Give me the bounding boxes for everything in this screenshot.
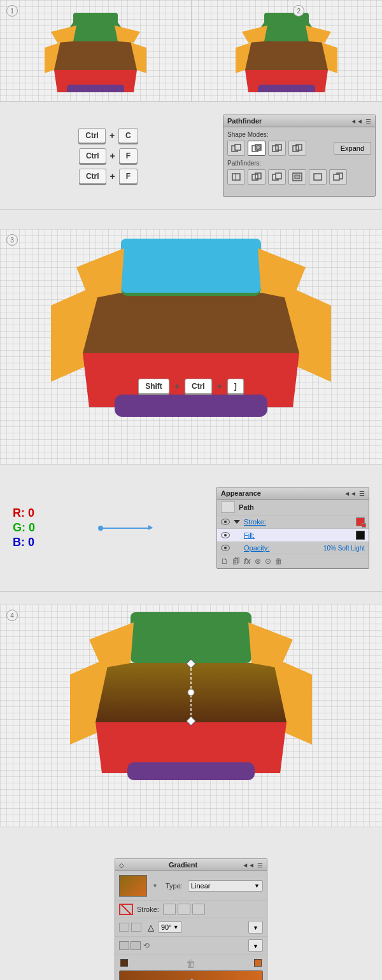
fx-bar: 🗋 🗐 fx ⊗ ⊙ 🗑 bbox=[217, 554, 369, 568]
key-bracket[interactable]: ] bbox=[227, 379, 244, 394]
page2-icon[interactable]: 🗐 bbox=[232, 557, 240, 566]
shape-modes-label: Shape Modes: bbox=[227, 131, 371, 138]
key-ctrl-1[interactable]: Ctrl bbox=[78, 128, 106, 143]
outline-btn[interactable] bbox=[309, 169, 327, 185]
svg-marker-8 bbox=[115, 25, 140, 43]
key-ctrl-3[interactable]: Ctrl bbox=[79, 169, 106, 184]
section-gradient: ◇ Gradient ◄◄ ☰ ▼ Type: Linear ▼ Stroke: bbox=[0, 827, 382, 980]
stroke-type-btns bbox=[163, 904, 205, 915]
type-dropdown[interactable]: Linear ▼ bbox=[188, 880, 263, 892]
gradient-preview-swatch[interactable] bbox=[119, 875, 147, 897]
gradient-collapse[interactable]: ◄◄ bbox=[242, 862, 255, 869]
delete-stop-icon[interactable]: 🗑 bbox=[186, 959, 196, 969]
fill-row: Fill: bbox=[217, 529, 369, 542]
section-appearance: R: 0 G: 0 B: 0 Appearance ◄◄ ☰ Path Stro… bbox=[0, 465, 382, 592]
subscript-icon[interactable]: ⊗ bbox=[255, 557, 261, 566]
gradient-bar-area: 🗑 139 94 60 bbox=[115, 955, 267, 980]
angle-dropdown[interactable]: 90° ▼ bbox=[158, 921, 182, 933]
svg-rect-3 bbox=[67, 85, 124, 92]
stroke-type-3[interactable] bbox=[192, 904, 205, 915]
stroke-type-1[interactable] bbox=[163, 904, 176, 915]
minus-front-btn[interactable] bbox=[248, 141, 265, 156]
stroke-type-2[interactable] bbox=[178, 904, 190, 915]
stroke-label[interactable]: Stroke: bbox=[244, 518, 352, 526]
pathfinders-row bbox=[227, 169, 371, 185]
pathfinder-panel: Pathfinder ◄◄ ☰ Shape Modes: bbox=[223, 115, 376, 197]
key-ctrl-s3[interactable]: Ctrl bbox=[185, 379, 212, 394]
exclude-btn[interactable] bbox=[288, 141, 306, 156]
gradient-menu[interactable]: ☰ bbox=[257, 862, 263, 869]
trash-icon[interactable]: 🗑 bbox=[275, 557, 283, 566]
stroke-triangle[interactable] bbox=[234, 520, 240, 524]
gradient-swatch-arrow[interactable]: ▼ bbox=[152, 883, 158, 889]
angle-dropdown-arrow: ▼ bbox=[173, 924, 179, 930]
gradient-titlebar: ◇ Gradient ◄◄ ☰ bbox=[115, 859, 267, 871]
reverse-icons bbox=[119, 941, 141, 950]
svg-rect-44 bbox=[121, 239, 261, 293]
merge-btn[interactable] bbox=[268, 169, 286, 185]
appearance-menu[interactable]: ☰ bbox=[359, 490, 365, 497]
opacity-eye[interactable] bbox=[221, 545, 230, 551]
fill-color-swatch[interactable] bbox=[356, 531, 365, 540]
svg-marker-4 bbox=[54, 41, 137, 70]
appearance-collapse[interactable]: ◄◄ bbox=[344, 490, 357, 497]
crop-btn[interactable] bbox=[288, 169, 306, 185]
svg-marker-17 bbox=[306, 25, 331, 43]
opacity-row: Opacity: 10% Soft Light bbox=[217, 542, 369, 554]
key-f-2[interactable]: F bbox=[119, 169, 138, 184]
stroke-color-swatch[interactable] bbox=[356, 517, 365, 526]
expand-button[interactable]: Expand bbox=[334, 142, 371, 155]
gradient-type-row: ▼ Type: Linear ▼ bbox=[115, 871, 267, 901]
rev-symbol[interactable]: ⟲ bbox=[143, 941, 150, 950]
gradient-panel: ◇ Gradient ◄◄ ☰ ▼ Type: Linear ▼ Stroke: bbox=[115, 858, 267, 980]
reverse-dropdown[interactable]: ▼ bbox=[248, 921, 263, 934]
key-ctrl-2[interactable]: Ctrl bbox=[79, 148, 106, 164]
opacity-label[interactable]: Opacity: bbox=[244, 544, 320, 552]
page-icon[interactable]: 🗋 bbox=[221, 557, 229, 566]
key-c[interactable]: C bbox=[118, 128, 138, 143]
minus-back-btn[interactable] bbox=[329, 169, 347, 185]
rgb-b-value: B: 0 bbox=[13, 536, 35, 549]
shortcuts-list: Ctrl + C Ctrl + F Ctrl + F bbox=[0, 102, 216, 209]
gradient-arrow: ◇ bbox=[119, 862, 124, 869]
stop-left-icon[interactable] bbox=[120, 959, 128, 967]
unite-btn[interactable] bbox=[227, 141, 245, 156]
svg-marker-13 bbox=[245, 41, 328, 70]
divide-btn[interactable] bbox=[227, 169, 245, 185]
gradient-stroke-row: Stroke: bbox=[115, 901, 267, 918]
step-3-number: 3 bbox=[6, 234, 18, 246]
aspect-2[interactable] bbox=[131, 923, 141, 932]
pathfinder-title: Pathfinder bbox=[227, 117, 262, 125]
path-row: Path bbox=[217, 500, 369, 515]
rev-icon-1[interactable] bbox=[119, 941, 129, 950]
arrow-indicator bbox=[101, 528, 152, 529]
appearance-title: Appearance bbox=[221, 489, 261, 497]
intersect-btn[interactable] bbox=[268, 141, 286, 156]
copy2-icon[interactable]: ⊙ bbox=[265, 557, 271, 566]
section-4: 4 bbox=[0, 605, 382, 827]
key-f-1[interactable]: F bbox=[119, 148, 138, 164]
gradient-slider-bar[interactable] bbox=[119, 970, 263, 980]
aspect-1[interactable] bbox=[119, 923, 129, 932]
panel-collapse[interactable]: ◄◄ bbox=[350, 118, 363, 125]
rev-dropdown-2[interactable]: ▼ bbox=[248, 939, 263, 952]
stop-right-icon[interactable] bbox=[254, 959, 262, 967]
fill-eye[interactable] bbox=[221, 532, 230, 538]
svg-marker-7 bbox=[51, 25, 76, 43]
svg-rect-27 bbox=[232, 174, 240, 180]
plus-s3-2: + bbox=[217, 381, 222, 391]
plus-1: + bbox=[110, 130, 115, 141]
panel-menu[interactable]: ☰ bbox=[365, 118, 371, 125]
fx-icon[interactable]: fx bbox=[244, 557, 251, 566]
fill-label[interactable]: Fill: bbox=[244, 531, 352, 539]
stroke-eye[interactable] bbox=[221, 519, 230, 525]
key-shift[interactable]: Shift bbox=[138, 379, 169, 394]
reverse-row: ⟲ ▼ bbox=[115, 937, 267, 955]
svg-rect-37 bbox=[334, 174, 339, 180]
rgb-r-value: R: 0 bbox=[13, 507, 35, 520]
trim-btn[interactable] bbox=[248, 169, 265, 185]
step-4-number: 4 bbox=[6, 610, 18, 621]
rev-icon-2[interactable] bbox=[131, 941, 141, 950]
stroke-swatch-2[interactable] bbox=[119, 904, 133, 915]
type-dropdown-arrow: ▼ bbox=[254, 883, 260, 889]
